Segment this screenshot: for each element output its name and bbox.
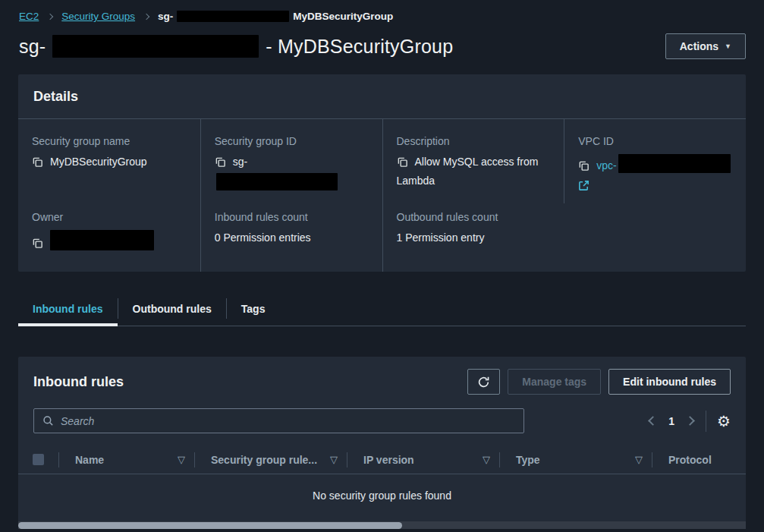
column-header-protocol[interactable]: Protocol: [652, 454, 746, 466]
inbound-rules-header: Inbound rules Manage tags Edit inbound r…: [18, 357, 746, 404]
breadcrumb-current: sg- MyDBSecurityGroup: [158, 11, 393, 22]
table-header-row: Name ▽ Security group rule... ▽ IP versi…: [18, 445, 746, 474]
tab-label: Outbound rules: [133, 303, 212, 315]
filter-icon[interactable]: ▽: [483, 454, 490, 465]
details-panel: Details Security group name MyDBSecurity…: [18, 74, 746, 272]
breadcrumb-chevron-icon: [47, 13, 53, 19]
vpc-link[interactable]: vpc-: [596, 159, 616, 172]
field-value-prefix: sg-: [233, 156, 247, 168]
title-sg-prefix: sg-: [19, 36, 46, 58]
field-label: Owner: [32, 211, 187, 223]
search-row: 1 ⚙: [18, 404, 746, 445]
filter-icon[interactable]: ▽: [178, 454, 185, 465]
external-link-icon[interactable]: [578, 180, 732, 194]
column-label: Name: [75, 454, 104, 466]
breadcrumb: EC2 Security Groups sg- MyDBSecurityGrou…: [0, 0, 764, 30]
column-label: IP version: [363, 454, 414, 466]
manage-tags-button[interactable]: Manage tags: [508, 369, 601, 395]
breadcrumb-link-ec2[interactable]: EC2: [19, 11, 39, 22]
copy-icon[interactable]: [32, 238, 43, 254]
page-number: 1: [668, 415, 674, 427]
field-label: Outbound rules count: [397, 211, 551, 223]
field-security-group-id: Security group ID sg-: [200, 119, 382, 203]
field-value: Allow MySQL access from Lambda: [397, 156, 539, 187]
field-label: Security group ID: [215, 135, 369, 147]
edit-inbound-rules-button[interactable]: Edit inbound rules: [608, 369, 731, 395]
column-label: Protocol: [668, 454, 712, 466]
tab-tags[interactable]: Tags: [227, 291, 280, 326]
tab-label: Inbound rules: [33, 303, 103, 315]
redacted-sg-id: [52, 35, 259, 58]
pagination: 1 ⚙: [649, 411, 731, 432]
field-vpc-id: VPC ID vpc-: [564, 119, 746, 203]
field-description: Description Allow MySQL access from Lamb…: [382, 119, 564, 203]
field-label: VPC ID: [578, 135, 732, 147]
breadcrumb-sg-name: MyDBSecurityGroup: [293, 11, 393, 22]
actions-button-label: Actions: [680, 40, 718, 52]
field-value: 1 Permission entry: [397, 231, 485, 244]
search-box: [33, 408, 524, 433]
column-header-ip-version[interactable]: IP version ▽: [347, 454, 499, 466]
redacted-value: [618, 154, 731, 173]
breadcrumb-link-security-groups[interactable]: Security Groups: [61, 11, 135, 22]
copy-icon[interactable]: [215, 156, 226, 173]
breadcrumb-chevron-icon: [143, 13, 149, 19]
details-panel-header: Details: [18, 74, 746, 119]
inbound-rules-panel: Inbound rules Manage tags Edit inbound r…: [18, 357, 746, 529]
column-label: Type: [516, 454, 540, 466]
select-all-checkbox[interactable]: [33, 454, 44, 465]
column-header-type[interactable]: Type ▽: [500, 454, 652, 466]
column-header-security-group-rule[interactable]: Security group rule... ▽: [195, 454, 347, 466]
breadcrumb-sg-prefix: sg-: [158, 11, 173, 22]
tab-outbound-rules[interactable]: Outbound rules: [118, 291, 226, 326]
redacted-value: [50, 230, 154, 250]
tab-label: Tags: [241, 303, 266, 315]
copy-icon[interactable]: [32, 156, 43, 173]
filter-icon[interactable]: ▽: [330, 454, 338, 465]
next-page-icon[interactable]: [685, 417, 695, 427]
refresh-button[interactable]: [467, 369, 500, 395]
search-input[interactable]: [61, 415, 515, 427]
horizontal-scrollbar-track[interactable]: [18, 521, 746, 529]
field-label: Description: [397, 135, 551, 147]
redacted-sg-id: [177, 11, 289, 22]
field-label: Inbound rules count: [215, 211, 369, 223]
caret-down-icon: ▼: [725, 42, 731, 50]
column-label: Security group rule...: [211, 454, 317, 466]
checkbox-cell: [18, 454, 58, 465]
actions-button[interactable]: Actions ▼: [665, 33, 746, 59]
horizontal-scrollbar-thumb[interactable]: [18, 522, 402, 529]
column-header-name[interactable]: Name ▽: [59, 454, 194, 466]
page-header: sg- - MyDBSecurityGroup Actions ▼: [0, 30, 764, 74]
previous-page-icon[interactable]: [648, 417, 658, 427]
header-actions: Manage tags Edit inbound rules: [467, 369, 731, 395]
tab-bar: Inbound rules Outbound rules Tags: [18, 291, 746, 326]
details-title: Details: [33, 89, 731, 105]
tab-inbound-rules[interactable]: Inbound rules: [18, 291, 118, 326]
copy-icon[interactable]: [578, 160, 590, 177]
page-title: sg- - MyDBSecurityGroup: [19, 35, 453, 58]
field-security-group-name: Security group name MyDBSecurityGroup: [18, 119, 200, 203]
field-owner: Owner: [18, 203, 200, 272]
refresh-icon: [477, 376, 490, 389]
field-inbound-rules-count: Inbound rules count 0 Permission entries: [200, 203, 382, 272]
details-grid: Security group name MyDBSecurityGroup Se…: [18, 119, 746, 272]
title-sg-name: - MyDBSecurityGroup: [266, 36, 453, 58]
copy-icon[interactable]: [397, 156, 408, 173]
settings-gear-icon[interactable]: ⚙: [717, 414, 731, 429]
field-outbound-rules-count: Outbound rules count 1 Permission entry: [382, 203, 564, 272]
field-value: MyDBSecurityGroup: [50, 156, 147, 168]
search-icon: [42, 415, 54, 427]
redacted-value: [216, 173, 338, 190]
inbound-rules-title: Inbound rules: [33, 374, 124, 390]
pager-divider: [706, 411, 706, 432]
empty-state-message: No security group rules found: [18, 474, 746, 517]
field-label: Security group name: [32, 135, 187, 147]
filter-icon[interactable]: ▽: [635, 454, 643, 465]
field-value: 0 Permission entries: [215, 231, 311, 244]
